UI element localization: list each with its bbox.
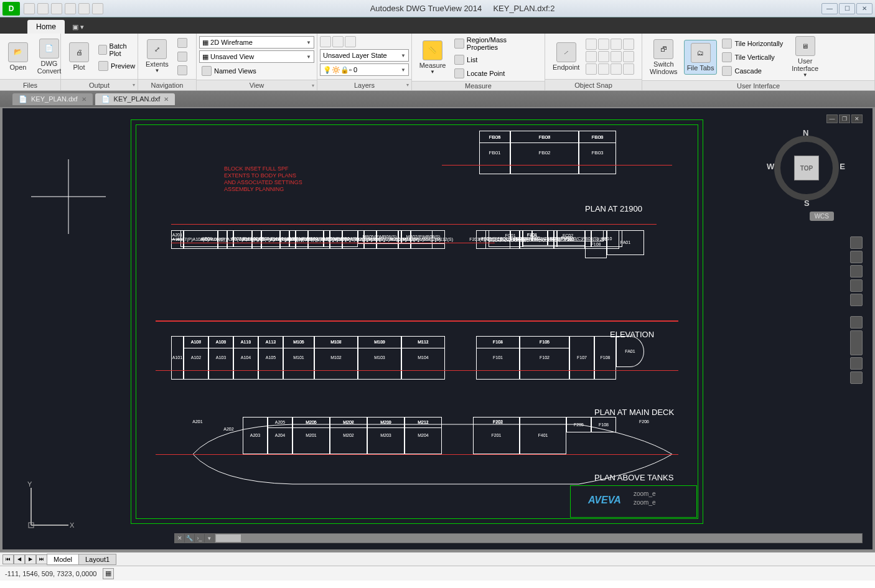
cmd-prompt-icon[interactable]: ›_ <box>195 534 205 543</box>
osnap-tan-icon[interactable] <box>611 51 622 62</box>
nav-zoom-icon[interactable] <box>850 265 863 278</box>
layout-tab-model[interactable]: Model <box>47 554 79 565</box>
osnap-mid-icon[interactable] <box>586 39 597 50</box>
layer-state-dropdown[interactable]: Unsaved Layer State▼ <box>320 49 409 62</box>
wcs-indicator[interactable]: WCS <box>810 212 834 221</box>
region-mass-button[interactable]: Region/Mass Properties <box>452 35 541 52</box>
current-layer-dropdown[interactable]: 💡🔆🔒▫ 0▼ <box>320 63 409 76</box>
endpoint-button[interactable]: ⟋Endpoint <box>549 41 583 72</box>
endpoint-icon: ⟋ <box>556 42 576 62</box>
compass-w[interactable]: W <box>767 162 774 171</box>
file-tabs-button[interactable]: 🗂File Tabs <box>684 40 718 75</box>
close-button[interactable]: ✕ <box>856 3 873 14</box>
compass-s[interactable]: S <box>804 198 810 208</box>
cascade-button[interactable]: Cascade <box>719 65 785 77</box>
osnap-nod-icon[interactable] <box>611 63 622 75</box>
locate-point-button[interactable]: Locate Point <box>452 67 541 80</box>
saved-view-dropdown[interactable]: ▦ Unsaved View▼ <box>199 50 314 63</box>
osnap-ext-icon[interactable] <box>623 39 634 50</box>
dwg-convert-button[interactable]: 📄DWG Convert <box>35 37 63 76</box>
osnap-per-icon[interactable] <box>623 51 634 62</box>
file-tab-1[interactable]: 📄 KEY_PLAN.dxf✕ <box>12 93 93 105</box>
qat-open-icon[interactable] <box>24 3 35 14</box>
osnap-ins-icon[interactable] <box>598 63 609 75</box>
switch-windows-button[interactable]: 🗗Switch Windows <box>646 38 681 77</box>
osnap-cen-icon[interactable] <box>586 51 597 62</box>
pan-button[interactable] <box>175 37 190 49</box>
cmd-dropdown-icon[interactable]: ▾ <box>205 534 215 543</box>
qat-plot-icon[interactable] <box>37 3 49 14</box>
scrollbar-thumb[interactable] <box>216 534 241 542</box>
panel-title-view: View▾ <box>197 80 317 90</box>
close-icon[interactable]: ✕ <box>82 96 87 103</box>
plot-button[interactable]: 🖨Plot <box>65 41 93 72</box>
tab-extras[interactable]: ▣ ▾ <box>66 21 90 34</box>
mdi-close-button[interactable]: ✕ <box>851 114 863 123</box>
minimize-button[interactable]: — <box>821 3 838 14</box>
close-icon[interactable]: ✕ <box>164 96 169 103</box>
block-a201: A201 <box>171 230 184 240</box>
nav-showmotion-icon[interactable] <box>850 294 863 306</box>
tab-home[interactable]: Home <box>27 20 65 34</box>
nav-plus-icon[interactable] <box>850 316 863 329</box>
dwg-convert-icon: 📄 <box>39 39 59 58</box>
qat-undo-icon[interactable] <box>78 3 90 14</box>
view-cube-face[interactable]: TOP <box>794 156 819 180</box>
user-interface-button[interactable]: 🖥User Interface▼ <box>788 35 822 79</box>
extents-button[interactable]: ⤢Extents▼ <box>142 38 172 75</box>
nav-extra-icon[interactable] <box>850 371 863 384</box>
horizontal-scrollbar[interactable]: ✕ 🔧 ›_ ▾ <box>174 533 863 543</box>
maximize-button[interactable]: ☐ <box>839 3 855 14</box>
layer-freeze-icon[interactable] <box>332 36 344 47</box>
nav-orbit-icon[interactable] <box>850 279 863 292</box>
app-name: Autodesk DWG TrueView 2014 <box>370 4 482 13</box>
layout-nav-next[interactable]: ▶ <box>25 554 36 564</box>
status-grid-button[interactable]: ▦ <box>103 568 114 579</box>
tile-vertical-button[interactable]: Tile Vertically <box>719 51 785 63</box>
qat-dropdown-icon[interactable] <box>92 3 103 14</box>
cmd-wrench-icon[interactable]: 🔧 <box>185 534 195 543</box>
layer-props-icon[interactable] <box>320 36 331 47</box>
named-views-button[interactable]: Named Views <box>199 65 314 77</box>
zoom-button[interactable] <box>175 64 190 77</box>
panel-title-navigation: Navigation <box>138 79 196 90</box>
app-logo[interactable]: D <box>2 2 20 16</box>
visual-style-value: 2D Wireframe <box>210 39 253 46</box>
osnap-int-icon[interactable] <box>598 39 609 50</box>
compass-e[interactable]: E <box>840 162 845 171</box>
open-button[interactable]: 📂Open <box>4 41 32 72</box>
osnap-nea-icon[interactable] <box>623 63 634 75</box>
layer-off-icon[interactable] <box>345 36 356 47</box>
file-tab-2[interactable]: 📄 KEY_PLAN.dxf✕ <box>95 93 175 105</box>
layout-nav-first[interactable]: ⏮ <box>2 554 14 564</box>
mdi-restore-button[interactable]: ❐ <box>839 114 850 123</box>
osnap-appint-icon[interactable] <box>611 39 622 50</box>
qat-publish-icon[interactable] <box>65 3 76 14</box>
layout-tab-layout1[interactable]: Layout1 <box>78 554 116 565</box>
mdi-minimize-button[interactable]: — <box>826 114 838 123</box>
user-interface-label: User Interface <box>792 57 818 72</box>
layout-nav-prev[interactable]: ◀ <box>14 554 25 564</box>
batch-plot-button[interactable]: Batch Plot <box>96 41 138 58</box>
file-tab-1-label: KEY_PLAN.dxf <box>31 95 78 103</box>
preview-button[interactable]: Preview <box>96 60 138 72</box>
measure-button[interactable]: 📏Measure▼ <box>416 39 449 76</box>
drawing-area[interactable]: — ❐ ✕ BLOCK INSET FULL SPFEXTENTS TO BOD… <box>0 107 875 552</box>
nav-minus-icon[interactable] <box>850 357 863 370</box>
panel-title-files: Files <box>0 79 60 90</box>
orbit-button[interactable] <box>175 50 190 63</box>
list-button[interactable]: List <box>452 54 541 66</box>
main-deck-view: A107 A109 A111 A113 M105 M107 M109 M111 … <box>171 336 675 411</box>
qat-preview-icon[interactable] <box>51 3 62 14</box>
view-cube[interactable]: TOP N S E W <box>769 131 844 205</box>
osnap-par-icon[interactable] <box>586 63 597 75</box>
compass-n[interactable]: N <box>803 128 808 138</box>
layout-nav-last[interactable]: ⏭ <box>36 554 47 564</box>
cmd-close-icon[interactable]: ✕ <box>175 534 185 543</box>
nav-pan-icon[interactable] <box>850 251 863 263</box>
tile-horizontal-button[interactable]: Tile Horizontally <box>719 37 785 50</box>
nav-zoom-slider[interactable] <box>850 330 863 355</box>
visual-style-dropdown[interactable]: ▦ 2D Wireframe▼ <box>199 36 314 49</box>
nav-wheel-icon[interactable] <box>850 236 863 249</box>
osnap-qua-icon[interactable] <box>598 51 609 62</box>
